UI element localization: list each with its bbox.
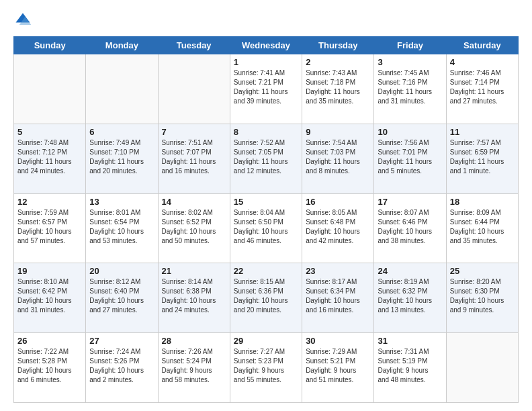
calendar-day-cell: 16Sunrise: 8:05 AM Sunset: 6:48 PM Dayli… bbox=[302, 193, 374, 263]
day-number: 23 bbox=[306, 266, 370, 276]
day-number: 11 bbox=[450, 127, 515, 137]
calendar-day-cell: 6Sunrise: 7:49 AM Sunset: 7:10 PM Daylig… bbox=[86, 124, 158, 193]
day-info: Sunrise: 7:41 AM Sunset: 7:21 PM Dayligh… bbox=[234, 68, 298, 106]
weekday-header-monday: Monday bbox=[86, 37, 158, 54]
day-number: 12 bbox=[17, 197, 82, 207]
day-number: 30 bbox=[306, 336, 370, 346]
calendar-day-cell: 30Sunrise: 7:29 AM Sunset: 5:21 PM Dayli… bbox=[302, 333, 374, 403]
weekday-header-tuesday: Tuesday bbox=[158, 37, 230, 54]
weekday-header-saturday: Saturday bbox=[446, 37, 518, 54]
day-number: 17 bbox=[378, 197, 442, 207]
day-number: 26 bbox=[17, 336, 82, 346]
calendar-day-cell: 29Sunrise: 7:27 AM Sunset: 5:23 PM Dayli… bbox=[230, 333, 302, 403]
day-info: Sunrise: 8:09 AM Sunset: 6:44 PM Dayligh… bbox=[450, 208, 515, 246]
day-number: 18 bbox=[450, 197, 515, 207]
day-info: Sunrise: 8:05 AM Sunset: 6:48 PM Dayligh… bbox=[306, 208, 370, 246]
day-info: Sunrise: 7:51 AM Sunset: 7:07 PM Dayligh… bbox=[162, 138, 226, 176]
calendar-day-cell: 23Sunrise: 8:17 AM Sunset: 6:34 PM Dayli… bbox=[302, 263, 374, 333]
weekday-header-wednesday: Wednesday bbox=[230, 37, 302, 54]
day-info: Sunrise: 8:20 AM Sunset: 6:30 PM Dayligh… bbox=[450, 277, 515, 315]
calendar-day-cell: 2Sunrise: 7:43 AM Sunset: 7:18 PM Daylig… bbox=[302, 54, 374, 124]
day-info: Sunrise: 7:24 AM Sunset: 5:26 PM Dayligh… bbox=[89, 347, 154, 385]
calendar-day-cell bbox=[158, 54, 230, 124]
day-number: 24 bbox=[378, 266, 442, 276]
day-number: 16 bbox=[306, 197, 370, 207]
calendar-day-cell bbox=[14, 54, 86, 124]
calendar-day-cell: 28Sunrise: 7:26 AM Sunset: 5:24 PM Dayli… bbox=[158, 333, 230, 403]
weekday-header-row: SundayMondayTuesdayWednesdayThursdayFrid… bbox=[14, 37, 519, 54]
calendar-day-cell: 15Sunrise: 8:04 AM Sunset: 6:50 PM Dayli… bbox=[230, 193, 302, 263]
day-number: 22 bbox=[234, 266, 298, 276]
day-info: Sunrise: 8:10 AM Sunset: 6:42 PM Dayligh… bbox=[17, 277, 82, 315]
day-number: 9 bbox=[306, 127, 370, 137]
calendar-day-cell: 21Sunrise: 8:14 AM Sunset: 6:38 PM Dayli… bbox=[158, 263, 230, 333]
day-number: 29 bbox=[234, 336, 298, 346]
day-number: 3 bbox=[378, 57, 442, 67]
calendar-header: SundayMondayTuesdayWednesdayThursdayFrid… bbox=[14, 37, 519, 54]
calendar-day-cell: 5Sunrise: 7:48 AM Sunset: 7:12 PM Daylig… bbox=[14, 124, 86, 193]
day-info: Sunrise: 7:29 AM Sunset: 5:21 PM Dayligh… bbox=[306, 347, 370, 385]
day-info: Sunrise: 7:48 AM Sunset: 7:12 PM Dayligh… bbox=[17, 138, 82, 176]
day-info: Sunrise: 7:45 AM Sunset: 7:16 PM Dayligh… bbox=[378, 68, 442, 106]
calendar-day-cell: 11Sunrise: 7:57 AM Sunset: 6:59 PM Dayli… bbox=[446, 124, 518, 193]
calendar-day-cell: 10Sunrise: 7:56 AM Sunset: 7:01 PM Dayli… bbox=[374, 124, 446, 193]
day-info: Sunrise: 7:52 AM Sunset: 7:05 PM Dayligh… bbox=[234, 138, 298, 176]
day-number: 4 bbox=[450, 57, 515, 67]
calendar-day-cell: 9Sunrise: 7:54 AM Sunset: 7:03 PM Daylig… bbox=[302, 124, 374, 193]
day-number: 21 bbox=[162, 266, 226, 276]
day-info: Sunrise: 8:04 AM Sunset: 6:50 PM Dayligh… bbox=[234, 208, 298, 246]
calendar-body: 1Sunrise: 7:41 AM Sunset: 7:21 PM Daylig… bbox=[14, 54, 519, 403]
calendar-table: SundayMondayTuesdayWednesdayThursdayFrid… bbox=[13, 36, 519, 403]
day-number: 5 bbox=[17, 127, 82, 137]
day-info: Sunrise: 7:46 AM Sunset: 7:14 PM Dayligh… bbox=[450, 68, 515, 106]
calendar-day-cell bbox=[86, 54, 158, 124]
calendar-day-cell bbox=[446, 333, 518, 403]
calendar-day-cell: 3Sunrise: 7:45 AM Sunset: 7:16 PM Daylig… bbox=[374, 54, 446, 124]
calendar-day-cell: 27Sunrise: 7:24 AM Sunset: 5:26 PM Dayli… bbox=[86, 333, 158, 403]
calendar-day-cell: 26Sunrise: 7:22 AM Sunset: 5:28 PM Dayli… bbox=[14, 333, 86, 403]
day-number: 25 bbox=[450, 266, 515, 276]
day-info: Sunrise: 7:22 AM Sunset: 5:28 PM Dayligh… bbox=[17, 347, 82, 385]
header bbox=[13, 11, 519, 30]
weekday-header-friday: Friday bbox=[374, 37, 446, 54]
day-info: Sunrise: 7:43 AM Sunset: 7:18 PM Dayligh… bbox=[306, 68, 370, 106]
day-number: 14 bbox=[162, 197, 226, 207]
day-number: 28 bbox=[162, 336, 226, 346]
weekday-header-thursday: Thursday bbox=[302, 37, 374, 54]
logo-icon bbox=[13, 11, 32, 30]
day-info: Sunrise: 8:02 AM Sunset: 6:52 PM Dayligh… bbox=[162, 208, 226, 246]
day-number: 10 bbox=[378, 127, 442, 137]
day-number: 27 bbox=[89, 336, 154, 346]
calendar-day-cell: 17Sunrise: 8:07 AM Sunset: 6:46 PM Dayli… bbox=[374, 193, 446, 263]
day-info: Sunrise: 7:54 AM Sunset: 7:03 PM Dayligh… bbox=[306, 138, 370, 176]
day-number: 6 bbox=[89, 127, 154, 137]
calendar-day-cell: 19Sunrise: 8:10 AM Sunset: 6:42 PM Dayli… bbox=[14, 263, 86, 333]
day-info: Sunrise: 8:14 AM Sunset: 6:38 PM Dayligh… bbox=[162, 277, 226, 315]
day-info: Sunrise: 7:31 AM Sunset: 5:19 PM Dayligh… bbox=[378, 347, 442, 385]
calendar-day-cell: 22Sunrise: 8:15 AM Sunset: 6:36 PM Dayli… bbox=[230, 263, 302, 333]
day-info: Sunrise: 8:07 AM Sunset: 6:46 PM Dayligh… bbox=[378, 208, 442, 246]
day-number: 13 bbox=[89, 197, 154, 207]
calendar-week-row: 5Sunrise: 7:48 AM Sunset: 7:12 PM Daylig… bbox=[14, 124, 519, 193]
day-info: Sunrise: 7:26 AM Sunset: 5:24 PM Dayligh… bbox=[162, 347, 226, 385]
day-number: 8 bbox=[234, 127, 298, 137]
weekday-header-sunday: Sunday bbox=[14, 37, 86, 54]
day-info: Sunrise: 8:12 AM Sunset: 6:40 PM Dayligh… bbox=[89, 277, 154, 315]
calendar-day-cell: 4Sunrise: 7:46 AM Sunset: 7:14 PM Daylig… bbox=[446, 54, 518, 124]
day-info: Sunrise: 8:17 AM Sunset: 6:34 PM Dayligh… bbox=[306, 277, 370, 315]
calendar-day-cell: 1Sunrise: 7:41 AM Sunset: 7:21 PM Daylig… bbox=[230, 54, 302, 124]
page: SundayMondayTuesdayWednesdayThursdayFrid… bbox=[0, 0, 532, 411]
day-info: Sunrise: 7:56 AM Sunset: 7:01 PM Dayligh… bbox=[378, 138, 442, 176]
day-number: 31 bbox=[378, 336, 442, 346]
calendar-day-cell: 7Sunrise: 7:51 AM Sunset: 7:07 PM Daylig… bbox=[158, 124, 230, 193]
calendar-day-cell: 24Sunrise: 8:19 AM Sunset: 6:32 PM Dayli… bbox=[374, 263, 446, 333]
day-info: Sunrise: 7:57 AM Sunset: 6:59 PM Dayligh… bbox=[450, 138, 515, 176]
calendar-day-cell: 8Sunrise: 7:52 AM Sunset: 7:05 PM Daylig… bbox=[230, 124, 302, 193]
day-number: 7 bbox=[162, 127, 226, 137]
calendar-day-cell: 13Sunrise: 8:01 AM Sunset: 6:54 PM Dayli… bbox=[86, 193, 158, 263]
calendar-day-cell: 31Sunrise: 7:31 AM Sunset: 5:19 PM Dayli… bbox=[374, 333, 446, 403]
calendar-day-cell: 20Sunrise: 8:12 AM Sunset: 6:40 PM Dayli… bbox=[86, 263, 158, 333]
calendar-day-cell: 12Sunrise: 7:59 AM Sunset: 6:57 PM Dayli… bbox=[14, 193, 86, 263]
day-number: 1 bbox=[234, 57, 298, 67]
calendar-week-row: 26Sunrise: 7:22 AM Sunset: 5:28 PM Dayli… bbox=[14, 333, 519, 403]
